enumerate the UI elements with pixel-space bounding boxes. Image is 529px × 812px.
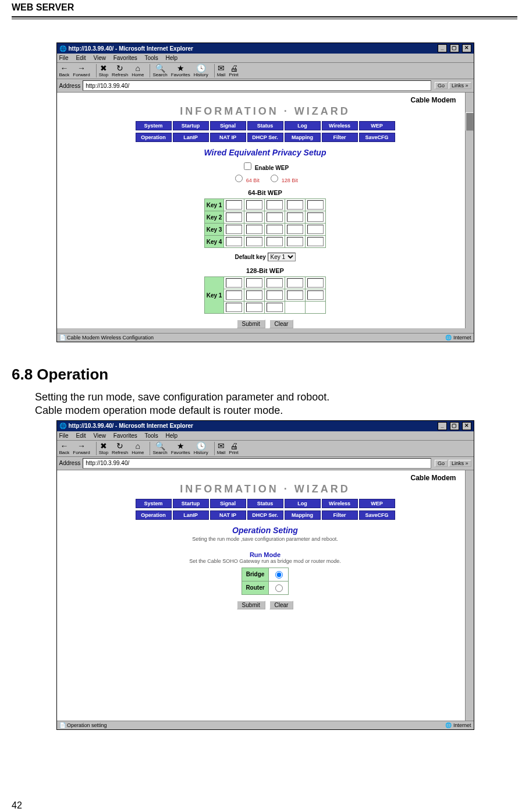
wep64-k4-b2[interactable] (246, 237, 262, 246)
close-button[interactable]: ✕ (462, 422, 471, 430)
wep128-b6[interactable] (226, 290, 242, 300)
refresh-button[interactable]: ↻Refresh (112, 442, 128, 455)
menu-tools[interactable]: Tools (144, 55, 158, 61)
nav-wep[interactable]: WEP (359, 121, 395, 130)
menu-favorites[interactable]: Favorites (113, 432, 137, 439)
wep64-k1-b2[interactable] (246, 200, 262, 210)
mail-button[interactable]: ✉Mail (217, 442, 226, 455)
nav-wep[interactable]: WEP (359, 499, 395, 508)
nav-status[interactable]: Status (247, 499, 283, 508)
wep64-k1-b4[interactable] (287, 200, 303, 210)
nav-status[interactable]: Status (247, 121, 283, 130)
nav-mapping[interactable]: Mapping (285, 133, 321, 142)
minimize-button[interactable]: _ (438, 44, 447, 52)
wep64-k4-b1[interactable] (226, 237, 242, 246)
nav-wireless[interactable]: Wireless (322, 499, 358, 508)
nav-operation[interactable]: Operation (136, 510, 172, 520)
wep64-k1-b5[interactable] (307, 200, 324, 210)
nav-system[interactable]: System (136, 499, 172, 508)
wep128-b2[interactable] (246, 278, 262, 288)
search-button[interactable]: 🔍Search (152, 442, 167, 455)
refresh-button[interactable]: ↻Refresh (112, 64, 128, 77)
menu-view[interactable]: View (93, 55, 106, 61)
menu-file[interactable]: File (59, 432, 69, 439)
wep128-b10[interactable] (307, 290, 324, 300)
address-input[interactable] (83, 80, 431, 91)
submit-button[interactable]: Submit (237, 320, 265, 328)
minimize-button[interactable]: _ (438, 422, 447, 430)
nav-natip[interactable]: NAT IP (210, 133, 246, 142)
wep128-b13[interactable] (267, 303, 283, 312)
stop-button[interactable]: ✖Stop (99, 64, 108, 77)
forward-button[interactable]: →Forward (73, 64, 90, 77)
menu-favorites[interactable]: Favorites (113, 55, 137, 61)
back-button[interactable]: ←Back (59, 64, 70, 77)
nav-lanip[interactable]: LanIP (173, 510, 209, 520)
wep128-b3[interactable] (267, 278, 283, 288)
nav-filter[interactable]: Filter (322, 133, 358, 142)
run-mode-bridge-radio[interactable] (275, 571, 283, 579)
menu-file[interactable]: File (59, 55, 69, 61)
scrollbar[interactable] (465, 93, 474, 328)
back-button[interactable]: ←Back (59, 442, 70, 455)
forward-button[interactable]: →Forward (73, 442, 90, 455)
enable-wep-checkbox[interactable] (244, 162, 251, 170)
run-mode-router-radio[interactable] (275, 584, 283, 592)
nav-operation[interactable]: Operation (136, 133, 172, 142)
default-key-select[interactable]: Key 1 (268, 253, 296, 261)
links-button[interactable]: Links » (449, 82, 471, 89)
home-button[interactable]: ⌂Home (132, 64, 144, 77)
wep64-k4-b5[interactable] (307, 237, 324, 246)
wep128-b9[interactable] (287, 290, 303, 300)
nav-savecfg[interactable]: SaveCFG (359, 510, 395, 520)
nav-natip[interactable]: NAT IP (210, 510, 246, 520)
go-button[interactable]: Go (435, 82, 448, 89)
wep64-k1-b3[interactable] (267, 200, 283, 210)
menu-edit[interactable]: Edit (76, 432, 86, 439)
wep64-k3-b2[interactable] (246, 225, 262, 234)
menu-tools[interactable]: Tools (144, 432, 158, 439)
wep64-k4-b4[interactable] (287, 237, 303, 246)
nav-filter[interactable]: Filter (322, 510, 358, 520)
wep64-k1-b1[interactable] (226, 200, 242, 210)
menu-view[interactable]: View (93, 432, 106, 439)
history-button[interactable]: 🕓History (194, 64, 208, 77)
stop-button[interactable]: ✖Stop (99, 442, 108, 455)
nav-startup[interactable]: Startup (173, 499, 209, 508)
wep64-k2-b3[interactable] (267, 212, 283, 222)
wep128-b7[interactable] (246, 290, 262, 300)
wep64-k2-b2[interactable] (246, 212, 262, 222)
wep128-b5[interactable] (307, 278, 324, 288)
nav-system[interactable]: System (136, 121, 172, 130)
wep128-b4[interactable] (287, 278, 303, 288)
nav-lanip[interactable]: LanIP (173, 133, 209, 142)
maximize-button[interactable]: ▢ (450, 44, 459, 52)
links-button[interactable]: Links » (449, 460, 471, 467)
nav-signal[interactable]: Signal (210, 499, 246, 508)
nav-wireless[interactable]: Wireless (322, 121, 358, 130)
print-button[interactable]: 🖨Print (229, 64, 238, 77)
wep64-k3-b3[interactable] (267, 225, 283, 234)
print-button[interactable]: 🖨Print (229, 442, 238, 455)
radio-64bit[interactable] (235, 175, 243, 182)
search-button[interactable]: 🔍Search (152, 64, 167, 77)
go-button[interactable]: Go (435, 460, 448, 467)
wep64-k2-b1[interactable] (226, 212, 242, 222)
nav-signal[interactable]: Signal (210, 121, 246, 130)
nav-log[interactable]: Log (285, 499, 321, 508)
nav-dhcpser[interactable]: DHCP Ser. (247, 133, 283, 142)
home-button[interactable]: ⌂Home (132, 442, 144, 455)
maximize-button[interactable]: ▢ (450, 422, 459, 430)
favorites-button[interactable]: ★Favorites (171, 442, 190, 455)
favorites-button[interactable]: ★Favorites (171, 64, 190, 77)
wep128-b11[interactable] (226, 303, 242, 312)
scrollbar[interactable] (465, 470, 474, 721)
wep128-b8[interactable] (267, 290, 283, 300)
history-button[interactable]: 🕓History (194, 442, 208, 455)
nav-startup[interactable]: Startup (173, 121, 209, 130)
wep128-b1[interactable] (226, 278, 242, 288)
radio-128bit[interactable] (271, 175, 278, 182)
wep64-k2-b5[interactable] (307, 212, 324, 222)
wep64-k4-b3[interactable] (267, 237, 283, 246)
nav-log[interactable]: Log (285, 121, 321, 130)
